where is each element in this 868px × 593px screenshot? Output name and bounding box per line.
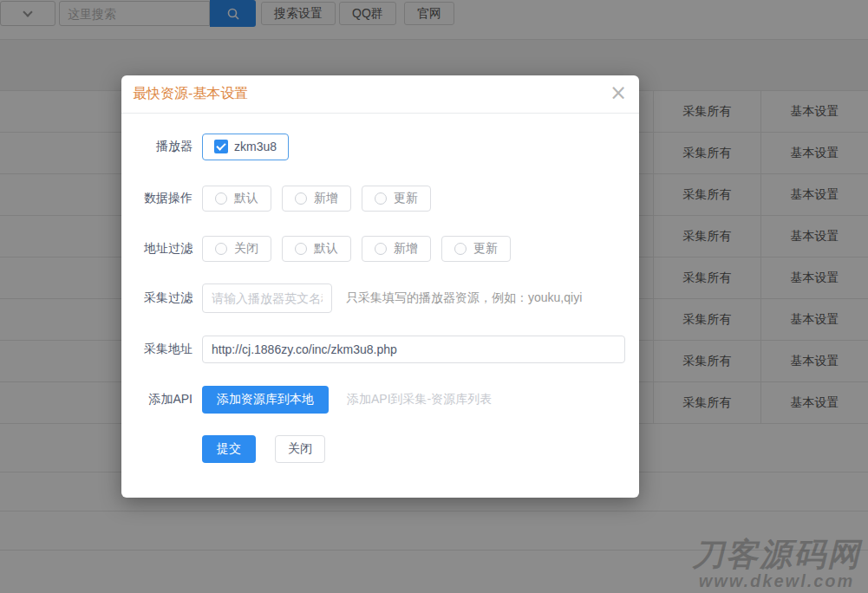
checkbox-checked-icon — [214, 140, 228, 153]
data-operation-row: 数据操作 默认 新增 更新 — [121, 184, 639, 213]
radio-addr-off[interactable]: 关闭 — [202, 236, 271, 262]
add-api-button[interactable]: 添加资源库到本地 — [202, 386, 329, 414]
close-button[interactable]: 关闭 — [275, 435, 325, 463]
radio-icon — [295, 192, 307, 205]
collect-filter-input[interactable] — [202, 283, 332, 313]
site-watermark: 刀客源码网 www.dkewl.com — [692, 538, 861, 590]
dialog-actions-row: 提交 关闭 — [121, 434, 639, 464]
close-icon[interactable]: × — [610, 82, 627, 103]
player-checkbox-zkm3u8[interactable]: zkm3u8 — [202, 134, 289, 160]
radio-icon — [375, 243, 387, 255]
address-filter-row: 地址过滤 关闭 默认 新增 更新 — [121, 234, 639, 264]
radio-icon — [215, 243, 227, 255]
add-api-label: 添加API — [121, 392, 193, 407]
radio-icon — [295, 243, 307, 255]
radio-addr-default[interactable]: 默认 — [282, 236, 351, 262]
radio-icon — [215, 192, 227, 205]
radio-addr-add[interactable]: 新增 — [362, 236, 431, 262]
collect-filter-label: 采集过滤 — [121, 290, 193, 306]
player-checkbox-label: zkm3u8 — [234, 140, 277, 153]
dialog-title: 最快资源-基本设置 — [133, 85, 248, 103]
radio-addr-update[interactable]: 更新 — [441, 236, 511, 262]
collect-url-label: 采集地址 — [121, 342, 193, 357]
page: 搜索设置 QQ群 官网 采集本周 采集所有 基本设置 采集本周 采集所有 基本设… — [0, 0, 868, 593]
player-label: 播放器 — [121, 139, 193, 154]
radio-icon — [454, 243, 467, 255]
basic-settings-dialog: 最快资源-基本设置 × 播放器 zkm3u8 数据操作 默认 新增 更 — [121, 75, 639, 498]
radio-data-update[interactable]: 更新 — [362, 186, 431, 212]
watermark-title: 刀客源码网 — [692, 538, 861, 570]
collect-filter-hint: 只采集填写的播放器资源，例如：youku,qiyi — [346, 290, 582, 306]
data-operation-label: 数据操作 — [121, 191, 193, 206]
collect-url-input[interactable] — [202, 336, 625, 363]
collect-filter-row: 采集过滤 只采集填写的播放器资源，例如：youku,qiyi — [121, 283, 639, 313]
radio-icon — [375, 192, 387, 205]
player-row: 播放器 zkm3u8 — [121, 132, 639, 161]
submit-button[interactable]: 提交 — [202, 435, 256, 463]
dialog-header: 最快资源-基本设置 — [121, 75, 639, 114]
radio-data-default[interactable]: 默认 — [202, 186, 271, 212]
add-api-hint: 添加API到采集-资源库列表 — [347, 392, 492, 407]
add-api-row: 添加API 添加资源库到本地 添加API到采集-资源库列表 — [121, 385, 639, 414]
radio-data-add[interactable]: 新增 — [282, 186, 351, 212]
address-filter-label: 地址过滤 — [121, 241, 193, 257]
collect-url-row: 采集地址 — [121, 335, 639, 364]
watermark-url: www.dkewl.com — [692, 572, 861, 590]
